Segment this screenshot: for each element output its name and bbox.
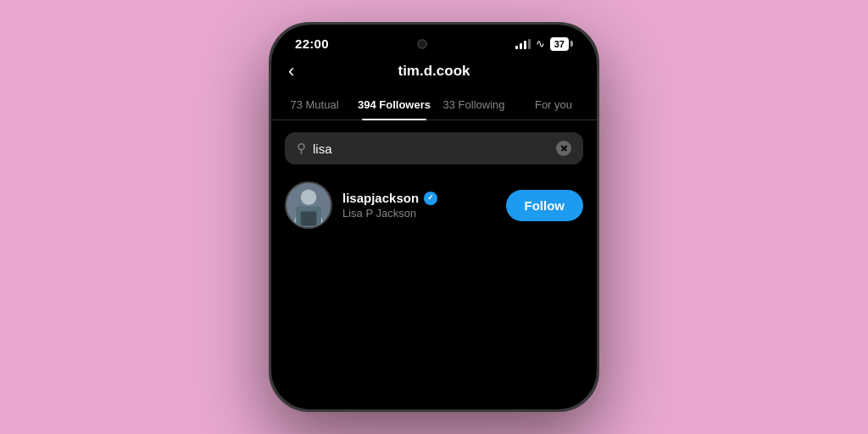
battery-level: 37 bbox=[550, 37, 569, 51]
search-icon: ⚲ bbox=[297, 141, 306, 156]
tabs-container: 73 Mutual 394 Followers 33 Following For… bbox=[271, 90, 597, 120]
svg-rect-4 bbox=[301, 211, 317, 225]
status-bar: 22:00 ∿ 37 bbox=[271, 25, 597, 58]
username-row: lisapjackson ✓ bbox=[342, 191, 496, 205]
phone-frame: 22:00 ∿ 37 ‹ tim.d.cook bbox=[269, 22, 599, 412]
profile-username: tim.d.cook bbox=[398, 63, 470, 80]
back-button[interactable]: ‹ bbox=[288, 62, 294, 81]
search-bar[interactable]: ⚲ lisa bbox=[285, 132, 583, 164]
user-info: lisapjackson ✓ Lisa P Jackson bbox=[342, 191, 496, 220]
verified-badge-icon: ✓ bbox=[424, 192, 437, 205]
clear-search-button[interactable] bbox=[556, 141, 571, 156]
signal-bars-icon bbox=[515, 39, 531, 49]
search-section: ⚲ lisa bbox=[271, 120, 597, 173]
tab-followers[interactable]: 394 Followers bbox=[354, 90, 434, 120]
phone-wrapper: 22:00 ∿ 37 ‹ tim.d.cook bbox=[269, 22, 599, 412]
wifi-icon: ∿ bbox=[536, 37, 545, 50]
user-item: lisapjackson ✓ Lisa P Jackson Follow bbox=[271, 173, 597, 237]
tab-following[interactable]: 33 Following bbox=[434, 90, 514, 120]
avatar bbox=[285, 181, 332, 229]
nav-header: ‹ tim.d.cook bbox=[271, 58, 597, 90]
tab-for-you[interactable]: For you bbox=[514, 90, 593, 120]
camera-pill bbox=[417, 39, 427, 49]
avatar-inner bbox=[287, 183, 331, 227]
username-text: lisapjackson bbox=[342, 191, 419, 205]
battery-tip bbox=[570, 41, 573, 47]
svg-point-1 bbox=[301, 189, 317, 205]
status-time: 22:00 bbox=[295, 36, 329, 51]
screen: 22:00 ∿ 37 ‹ tim.d.cook bbox=[271, 25, 597, 409]
follow-button[interactable]: Follow bbox=[506, 190, 584, 221]
status-icons: ∿ 37 bbox=[515, 37, 573, 51]
display-name: Lisa P Jackson bbox=[342, 207, 496, 220]
battery-icon: 37 bbox=[550, 37, 573, 51]
search-input[interactable]: lisa bbox=[313, 142, 549, 156]
user-list: lisapjackson ✓ Lisa P Jackson Follow bbox=[271, 173, 597, 409]
tab-mutual[interactable]: 73 Mutual bbox=[275, 90, 354, 120]
